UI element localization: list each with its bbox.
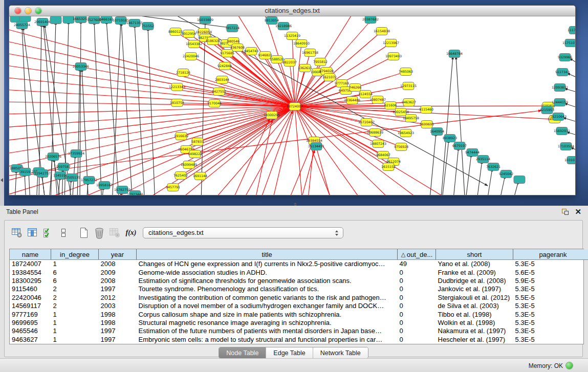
table-cell[interactable]: 5.9E-5	[513, 277, 588, 285]
column-header-title[interactable]: title	[137, 249, 398, 260]
graph-node[interactable]: 17103504	[558, 143, 574, 150]
graph-edge[interactable]	[25, 173, 26, 195]
table-cell[interactable]: Embryonic stem cells: a model to study s…	[137, 336, 398, 344]
table-cell[interactable]: 1998	[99, 319, 137, 327]
graph-node[interactable]: 9115460	[419, 106, 433, 114]
graph-node[interactable]: 12505135	[64, 174, 80, 182]
table-cell[interactable]: 2	[51, 294, 99, 302]
graph-node[interactable]: 1691144	[193, 172, 207, 180]
float-panel-icon[interactable]	[562, 209, 569, 215]
graph-node[interactable]: 17957272	[81, 177, 97, 184]
graph-node[interactable]: 8860123	[168, 28, 183, 36]
table-cell[interactable]: 2008	[99, 260, 137, 269]
table-cell[interactable]: Estimation of the future numbers of pati…	[137, 327, 398, 335]
graph-node[interactable]: 10973493	[385, 53, 402, 60]
graph-edge[interactable]	[564, 103, 575, 108]
graph-node[interactable]	[50, 16, 61, 24]
graph-node[interactable]: 10310350	[564, 157, 575, 164]
table-cell[interactable]: 1	[51, 336, 99, 344]
graph-node[interactable]: 9684067	[376, 151, 390, 159]
graph-node[interactable]: 12444159	[552, 99, 568, 106]
graph-edge[interactable]	[563, 118, 575, 122]
graph-node[interactable]: 7857224	[225, 25, 239, 32]
table-cell[interactable]: 2012	[99, 294, 137, 302]
graph-edge[interactable]	[564, 89, 575, 93]
table-cell[interactable]: 5.5E-5	[513, 294, 588, 302]
table-cell[interactable]: 0	[398, 327, 436, 335]
table-row[interactable]: 1830029562008Estimation of significance …	[10, 277, 588, 285]
table-cell[interactable]: 2008	[99, 277, 137, 285]
graph-node[interactable]: 9329966	[558, 54, 572, 61]
table-cell[interactable]: 2003	[99, 302, 137, 310]
table-cell[interactable]: Dudbridge et al. (2008)	[436, 277, 513, 285]
graph-node[interactable]: 9170046	[207, 100, 222, 107]
graph-node[interactable]: 12093832	[552, 84, 568, 92]
table-cell[interactable]: Franke et al. (2009)	[436, 268, 513, 276]
graph-node[interactable]: 10688639	[367, 129, 383, 137]
graph-node[interactable]: 2718126	[176, 69, 190, 77]
graph-node[interactable]: 18807243	[370, 140, 386, 148]
table-cell[interactable]: 19384554	[10, 268, 51, 276]
graph-node[interactable]: 2935114	[476, 156, 490, 163]
graph-node[interactable]: 10543382	[186, 40, 202, 48]
graph-node[interactable]: 18300295	[264, 112, 280, 119]
graph-node[interactable]: 621606	[384, 102, 397, 110]
graph-edge[interactable]	[231, 119, 270, 195]
graph-node[interactable]: 16154838	[374, 28, 390, 35]
table-cell[interactable]: Disruption of a novel member of a sodium…	[137, 302, 398, 310]
table-cell[interactable]: 0	[398, 294, 436, 302]
column-header-in_degree[interactable]: in_degree	[51, 249, 99, 260]
graph-node[interactable]: 9227343	[555, 69, 570, 76]
table-cell[interactable]: 9465546	[10, 327, 51, 335]
graph-node[interactable]: 8938923	[443, 135, 457, 142]
graph-node[interactable]: 20206576	[45, 153, 61, 161]
graph-node[interactable]: 1916639	[174, 133, 188, 140]
graph-node[interactable]: 18495758	[403, 115, 419, 122]
graph-node[interactable]: 8822037	[282, 59, 297, 67]
table-cell[interactable]: Investigating the contribution of common…	[137, 294, 398, 302]
graph-edge[interactable]	[148, 28, 155, 195]
graph-node[interactable]: 24055724	[14, 21, 30, 29]
graph-node[interactable]: 22420046	[183, 53, 199, 60]
network-window-titlebar[interactable]: citations_edges.txt	[9, 6, 575, 16]
table-cell[interactable]: 5.3E-5	[513, 260, 588, 269]
graph-edge[interactable]	[241, 106, 295, 195]
graph-edge[interactable]	[499, 176, 505, 195]
graph-node[interactable]: 9777169	[335, 80, 349, 87]
graph-node[interactable]: 1588520	[270, 56, 284, 63]
table-cell[interactable]: Structural magnetic resonance image aver…	[137, 319, 398, 327]
graph-node[interactable]: 1362615	[298, 64, 312, 72]
graph-node[interactable]: 15134451	[308, 143, 324, 150]
table-row[interactable]: 911546021997Tourette syndrome. Phenomeno…	[10, 285, 588, 293]
table-cell[interactable]: Tourette syndrome. Phenomenology and cla…	[137, 285, 398, 293]
table-cell[interactable]: 0	[398, 310, 436, 318]
table-row[interactable]: 946362711997Embryonic stem cells: a mode…	[10, 336, 588, 344]
tab-node-table[interactable]: Node Table	[219, 347, 266, 358]
graph-edge[interactable]	[112, 22, 121, 195]
graph-node[interactable]: 15692931	[554, 127, 570, 135]
graph-edge[interactable]	[453, 147, 459, 195]
table-cell[interactable]: 1	[51, 319, 99, 327]
table-cell[interactable]: 0	[398, 336, 436, 344]
table-options-icon[interactable]	[10, 227, 25, 239]
graph-node[interactable]: 9457791	[166, 184, 180, 191]
table-selector-dropdown[interactable]: citations_edges.txt	[143, 227, 343, 238]
graph-edge[interactable]	[201, 21, 205, 195]
graph-edge[interactable]	[429, 133, 436, 195]
table-cell[interactable]: 18724007	[10, 260, 51, 269]
table-cell[interactable]: 5.3E-5	[513, 327, 588, 335]
graph-edge[interactable]	[487, 168, 492, 195]
graph-edge[interactable]	[9, 28, 295, 106]
table-cell[interactable]: 0	[398, 319, 436, 327]
table-row[interactable]: 1872400712008Changes of HCN gene express…	[10, 260, 588, 269]
graph-node[interactable]: 12213967	[383, 39, 399, 47]
column-header-name[interactable]: name	[10, 249, 51, 260]
column-header-year[interactable]: year	[99, 249, 137, 260]
graph-edge[interactable]	[42, 175, 46, 195]
table-cell[interactable]: 5.3E-5	[513, 285, 588, 293]
table-cell[interactable]: 1997	[99, 285, 137, 293]
graph-node[interactable]: 1621072	[322, 74, 337, 81]
graph-node[interactable]: 6679197	[452, 142, 467, 150]
table-cell[interactable]: 49	[398, 260, 436, 269]
graph-node[interactable]: 20053346	[73, 63, 89, 71]
